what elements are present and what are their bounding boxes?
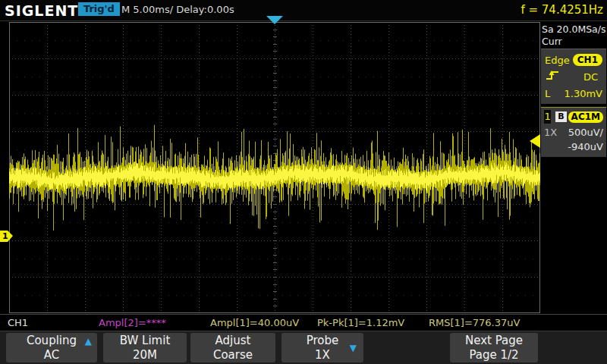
softkey-adjust[interactable]: Adjust Coarse <box>190 333 275 362</box>
header-bar: SIGLENT Trig'd M 5.00ms/ Delay:0.00s f =… <box>0 0 607 21</box>
trigger-position-marker[interactable] <box>266 16 283 24</box>
vertical-scale: 500uV/ <box>568 127 603 138</box>
sample-rate: Sa 20.0MSa/s <box>542 24 607 36</box>
measurement-ampl2: Ampl[2]=**** <box>99 317 166 328</box>
softkey-menu: Coupling AC ▲ BW Limit 20M Adjust Coarse… <box>0 331 607 364</box>
sidebar: Sa 20.0MSa/s Curr 1.40Mpts Edge CH1 DC L… <box>540 22 607 314</box>
softkey-next-page[interactable]: Next Page Page 1/2 <box>450 333 538 362</box>
softkey-value: 20M <box>103 348 187 362</box>
trigger-type: Edge <box>545 55 570 66</box>
oscilloscope-screen: SIGLENT Trig'd M 5.00ms/ Delay:0.00s f =… <box>0 0 607 364</box>
trigger-source-badge: CH1 <box>573 54 602 66</box>
softkey-title: Adjust <box>190 334 275 348</box>
measurement-channel-label: CH1 <box>8 317 28 328</box>
measurement-rms: RMS[1]=776.37uV <box>429 317 520 328</box>
softkey-coupling[interactable]: Coupling AC ▲ <box>6 333 97 362</box>
channel-coupling-badge: AC1M <box>568 111 603 123</box>
rising-edge-icon <box>545 69 560 84</box>
brand-logo: SIGLENT <box>5 2 78 19</box>
channel1-panel[interactable]: 1 B AC1M 1X 500uV/ -940uV <box>541 107 606 157</box>
softkey-probe[interactable]: Probe 1X ▼ <box>281 333 363 362</box>
bandwidth-limit-badge: B <box>555 111 566 122</box>
trigger-level-value: 1.30mV <box>564 88 602 99</box>
trigger-level-marker[interactable] <box>530 134 540 148</box>
timebase-readout: M 5.00ms/ Delay:0.00s <box>121 4 234 15</box>
measurement-bar: CH1 Ampl[2]=**** Ampl[1]=40.00uV Pk-Pk[1… <box>0 314 607 331</box>
softkey-bw-limit[interactable]: BW Limit 20M <box>103 333 187 362</box>
channel-number: 1 <box>544 110 551 124</box>
trigger-frequency-readout: f = 74.4251Hz <box>521 3 603 17</box>
softkey-value: Page 1/2 <box>450 348 538 362</box>
waveform-display <box>9 22 540 313</box>
trigger-level-label: L <box>545 88 550 99</box>
softkey-title: BW Limit <box>103 334 187 348</box>
chevron-up-icon: ▲ <box>85 334 92 349</box>
softkey-title: Coupling <box>6 334 97 348</box>
chevron-down-icon: ▼ <box>350 341 357 356</box>
trigger-panel[interactable]: Edge CH1 DC L 1.30mV <box>541 49 606 104</box>
trigger-status-badge: Trig'd <box>78 2 120 16</box>
measurement-ampl1: Ampl[1]=40.00uV <box>210 317 299 328</box>
measurement-pkpk: Pk-Pk[1]=1.12mV <box>317 317 404 328</box>
vertical-offset: -940uV <box>544 140 603 155</box>
softkey-title: Next Page <box>450 334 538 348</box>
softkey-value: Coarse <box>190 348 275 362</box>
softkey-value: AC <box>6 348 97 362</box>
trigger-coupling: DC <box>583 71 602 83</box>
probe-attenuation: 1X <box>544 127 557 138</box>
